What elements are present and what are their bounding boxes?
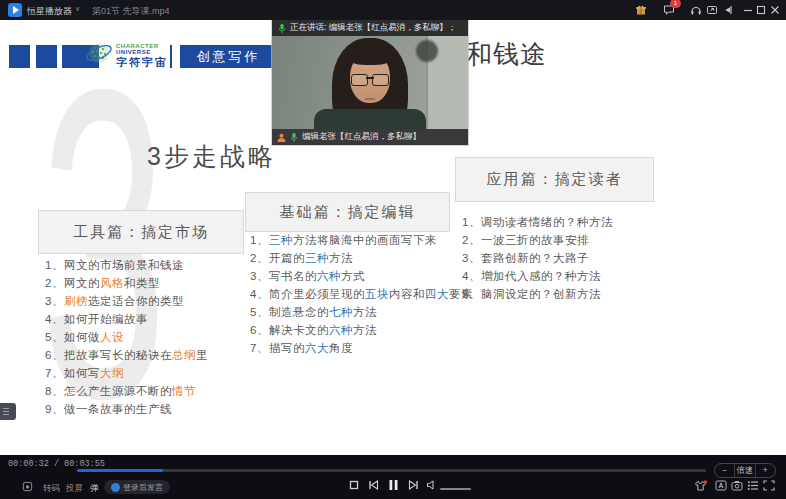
slide-title-partial: 和钱途 (466, 37, 547, 72)
application-list: 1、调动读者情绪的？种方法2、一波三折的故事安排3、套路创新的？大路子4、增加代… (462, 214, 613, 303)
transcode-button[interactable]: 转码 (43, 483, 60, 495)
app-menu[interactable]: 恒星播放器 (27, 5, 72, 18)
gift-icon[interactable] (634, 3, 648, 17)
list-item: 4、简介里必须呈现的五块内容和四大要素 (250, 286, 473, 304)
title-bar: 恒星播放器 ∨ 第01节 先导课.mp4 1 (0, 0, 786, 20)
maximize-button[interactable] (754, 3, 768, 17)
speaker-name: 编辑老张【红点易消，多私聊】 (302, 131, 421, 143)
stop-button[interactable] (349, 480, 359, 490)
volume-icon[interactable] (426, 480, 436, 490)
speed-control: − 倍速 + (714, 463, 776, 478)
pause-button[interactable] (388, 479, 399, 491)
playlist-icon[interactable] (22, 481, 33, 492)
mic-icon (278, 23, 286, 34)
login-pill-label: 登录后发言 (123, 482, 163, 493)
list-item: 1、三种方法将脑海中的画面写下来 (250, 232, 473, 250)
list-item: 4、如何开始编故事 (45, 311, 208, 329)
speaking-label: 正在讲话: 编辑老张【红点易消，多私聊】； (290, 22, 456, 34)
volume-slider[interactable] (440, 488, 471, 490)
list-item: 5、脑洞设定的？创新方法 (462, 286, 613, 304)
brand-divider (170, 45, 172, 68)
webcam-overlay[interactable]: 正在讲话: 编辑老张【红点易消，多私聊】； (272, 20, 468, 145)
strategy-title: 3步走战略 (147, 140, 276, 173)
login-to-comment-button[interactable]: 登录后发言 (104, 480, 170, 494)
skin-icon[interactable] (694, 480, 707, 492)
brand-logo-en2: UNIVERSE (116, 49, 168, 55)
list-item: 2、开篇的三种方法 (250, 250, 473, 268)
list-item: 1、调动读者情绪的？种方法 (462, 214, 613, 232)
fullscreen-icon[interactable] (763, 480, 775, 491)
person-bangs (347, 47, 393, 65)
speed-increase-button[interactable]: + (756, 464, 775, 477)
list-item: 3、写书名的六种方式 (250, 268, 473, 286)
login-avatar-icon (111, 483, 120, 492)
section-header-tools: 工具篇：搞定市场 (38, 210, 244, 254)
message-icon[interactable]: 1 (662, 3, 676, 17)
danmaku-toggle[interactable]: 弹 (90, 483, 99, 495)
section-header-application: 应用篇：搞定读者 (455, 157, 654, 202)
subtitle-icon[interactable] (715, 480, 727, 491)
speed-decrease-button[interactable]: − (715, 464, 734, 477)
basics-list: 1、三种方法将脑海中的画面写下来2、开篇的三种方法3、写书名的六种方式4、简介里… (250, 232, 473, 357)
brand-logo-cn: 字符宇宙 (116, 57, 168, 68)
webcam-video (272, 36, 468, 129)
side-panel-handle[interactable] (0, 403, 16, 420)
list-item: 5、如何做人设 (45, 329, 208, 347)
list-item: 7、如何写大纲 (45, 364, 208, 382)
list-item: 6、解决卡文的六种方法 (250, 321, 473, 339)
brand-square (9, 45, 30, 68)
list-item: 7、描写的六大角度 (250, 339, 473, 357)
brand-logo-text: CHARACTER UNIVERSE 字符宇宙 (116, 43, 168, 68)
minimize-button[interactable] (741, 3, 755, 17)
member-icon (277, 133, 286, 142)
mic-icon (290, 132, 298, 143)
list-item: 3、刷榜选定适合你的类型 (45, 293, 208, 311)
progress-fill (77, 469, 163, 472)
person-glasses (351, 74, 389, 85)
list-item: 3、套路创新的？大路子 (462, 250, 613, 268)
cast-button[interactable]: 投屏 (66, 483, 83, 495)
background-object (416, 40, 438, 62)
next-button[interactable] (408, 480, 419, 490)
brand-globe-icon (84, 39, 114, 73)
time-display: 00:00:32 / 00:03:55 (8, 459, 105, 469)
list-item: 1、网文的市场前景和钱途 (45, 257, 208, 275)
panel-icon[interactable] (721, 3, 735, 17)
speaking-indicator-bar: 正在讲话: 编辑老张【红点易消，多私聊】； (272, 20, 468, 36)
speed-label[interactable]: 倍速 (734, 464, 755, 477)
list-item: 9、做一条故事的生产线 (45, 400, 208, 418)
list-item: 2、一波三折的故事安排 (462, 232, 613, 250)
headset-icon[interactable] (689, 3, 703, 17)
person-body (314, 109, 426, 129)
list-item: 4、增加代入感的？种方法 (462, 268, 613, 286)
close-button[interactable] (768, 3, 782, 17)
chevron-down-icon[interactable]: ∨ (75, 5, 80, 13)
screenshot-icon[interactable] (731, 480, 743, 491)
tools-list: 1、网文的市场前景和钱途2、网文的风格和类型3、刷榜选定适合你的类型4、如何开始… (45, 257, 208, 418)
section-header-basics: 基础篇：搞定编辑 (245, 192, 450, 232)
webcam-name-bar: 编辑老张【红点易消，多私聊】 (272, 129, 468, 145)
capture-icon[interactable] (705, 3, 719, 17)
notification-badge: 1 (670, 0, 681, 8)
list-item: 2、网文的风格和类型 (45, 275, 208, 293)
playqueue-icon[interactable] (747, 480, 759, 491)
file-name: 第01节 先导课.mp4 (92, 5, 170, 18)
brand-square (36, 45, 57, 68)
player-control-bar: 00:00:32 / 00:03:55 − 倍速 + 转码 投屏 弹 登录后发言 (0, 455, 786, 499)
person-mouth (365, 98, 375, 100)
previous-button[interactable] (368, 480, 379, 490)
app-logo-icon (8, 3, 22, 17)
list-item: 8、怎么产生源源不断的情节 (45, 382, 208, 400)
video-area[interactable]: 3 CHARACTER UNIVERSE 字符宇宙 创意写作 和钱 (0, 20, 786, 455)
course-category-label: 创意写作 (180, 45, 277, 68)
progress-bar[interactable] (77, 469, 706, 472)
list-item: 5、制造悬念的七种方法 (250, 304, 473, 322)
player-window: 恒星播放器 ∨ 第01节 先导课.mp4 1 (0, 0, 786, 499)
list-item: 6、把故事写长的秘诀在总纲里 (45, 346, 208, 364)
